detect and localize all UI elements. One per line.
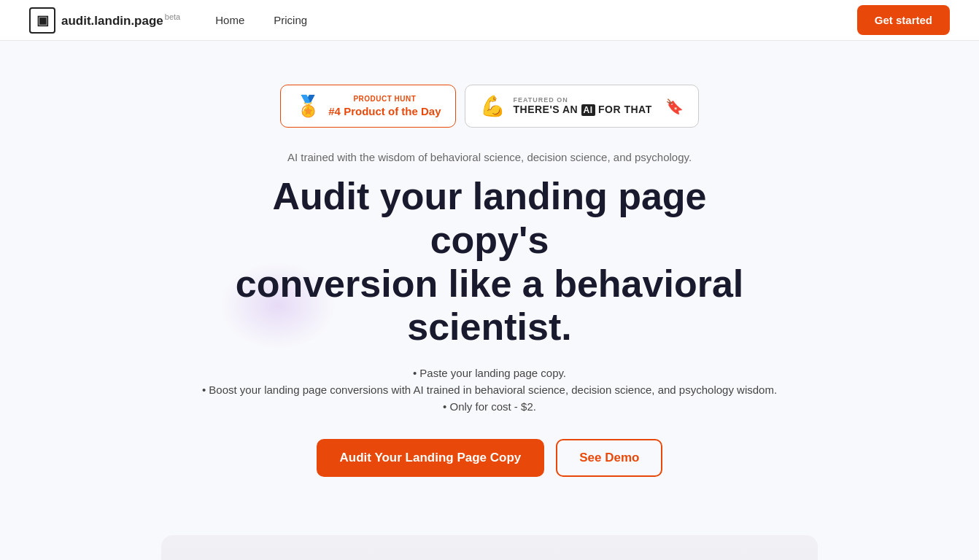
logo-icon: ▣	[29, 7, 55, 34]
cta-row: Audit Your Landing Page Copy See Demo	[317, 439, 663, 477]
muscle-icon: 💪	[480, 94, 506, 118]
see-demo-button[interactable]: See Demo	[556, 439, 662, 477]
badge-ph-title: #4 Product of the Day	[328, 105, 441, 117]
logo-link[interactable]: ▣ audit.landin.pagebeta	[29, 7, 180, 34]
bullet-3: • Only for cost - $2.	[202, 400, 777, 413]
logo-text: audit.landin.pagebeta	[61, 12, 180, 28]
audit-cta-button[interactable]: Audit Your Landing Page Copy	[317, 439, 545, 477]
ai-for-that-badge: 💪 FEATURED ON THERE'S AN AI FOR THAT 🔖	[465, 85, 698, 128]
bullet-2: • Boost your landing page conversions wi…	[202, 384, 777, 396]
hero-title: Audit your landing page copy's conversio…	[234, 175, 745, 349]
badge-ai-text: FEATURED ON THERE'S AN AI FOR THAT	[513, 96, 651, 116]
nav-left: ▣ audit.landin.pagebeta Home Pricing	[29, 7, 319, 34]
hero-subtext: AI trained with the wisdom of behavioral…	[287, 151, 692, 163]
bookmark-icon: 🔖	[665, 98, 684, 115]
badge-ph-label: PRODUCT HUNT	[328, 96, 441, 103]
badge-ai-featured-label: FEATURED ON	[513, 96, 568, 104]
nav-link-home[interactable]: Home	[204, 8, 256, 32]
badge-ph-content: PRODUCT HUNT #4 Product of the Day	[328, 96, 441, 117]
product-hunt-badge: 🏅 PRODUCT HUNT #4 Product of the Day	[280, 85, 456, 128]
hero-bullets: • Paste your landing page copy. • Boost …	[202, 367, 777, 413]
nav-link-pricing[interactable]: Pricing	[262, 8, 319, 32]
hero-section: 🏅 PRODUCT HUNT #4 Product of the Day 💪 F…	[0, 41, 979, 506]
preview-wrapper: Audit your landing page copy with AI Get…	[0, 506, 979, 560]
badge-ai-name: THERE'S AN AI FOR THAT	[513, 104, 651, 116]
preview-section: Audit your landing page copy with AI Get…	[161, 535, 818, 560]
logo-beta: beta	[165, 12, 180, 21]
nav-links: Home Pricing	[204, 8, 319, 32]
medal-icon: 🏅	[295, 94, 321, 118]
bullet-1: • Paste your landing page copy.	[202, 367, 777, 379]
get-started-button[interactable]: Get started	[857, 5, 950, 35]
navbar: ▣ audit.landin.pagebeta Home Pricing Get…	[0, 0, 979, 41]
badges-row: 🏅 PRODUCT HUNT #4 Product of the Day 💪 F…	[280, 85, 698, 128]
